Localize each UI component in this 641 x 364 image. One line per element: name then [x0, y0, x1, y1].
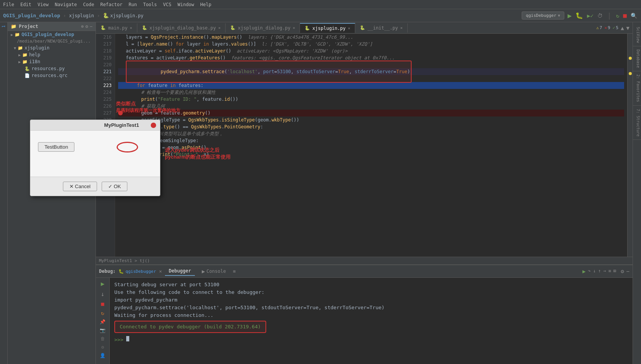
tree-resources-py[interactable]: 🐍 resources.py [8, 65, 96, 72]
menu-view[interactable]: View [38, 2, 49, 7]
console-line-5: Waiting for process connection... [114, 312, 628, 319]
debug-left-bar: ▶ ↓ ■ ↻ 📌 📷 🗑 ⚙ 👤 [96, 278, 110, 364]
tab-dialog-base[interactable]: 🐍 xjsplugin_dialog_base.py ✕ [137, 23, 226, 33]
cancel-button[interactable]: ✕ Cancel [63, 182, 97, 191]
scroll-up-icon[interactable]: ▲ [621, 25, 624, 31]
debug-resume-icon[interactable]: ▶ [582, 268, 585, 274]
dialog-close-button[interactable] [151, 123, 156, 128]
tab-close-xjsplugin-dialog[interactable]: ✕ [293, 26, 295, 30]
breadcrumb-text: MyPluginTest1 > tj() [99, 258, 150, 263]
panel-header: 📁 Project ⊕ ⚙ − [8, 22, 96, 31]
tab-xjsplugin-dialog[interactable]: 🐍 xjsplugin_dialog.py ✕ [226, 23, 300, 33]
debug-settings-side-btn[interactable]: ⚙ [101, 344, 105, 351]
cursor-block [126, 336, 129, 341]
test-button[interactable]: TestButton [38, 142, 74, 152]
warning-gutter-marker [629, 57, 632, 60]
panel-scope-icon[interactable]: ⊕ [81, 24, 84, 29]
search-button[interactable]: 🔍 [630, 12, 638, 20]
ok-icon: ✓ [108, 184, 114, 189]
debug-session-label: 🐛 qgisDebugger [119, 269, 156, 274]
menu-vcs[interactable]: VCS [163, 2, 171, 7]
debug-frame-icon[interactable]: ⊞ [613, 268, 616, 274]
menu-navigate[interactable]: Navigate [55, 2, 77, 7]
tab-xjsplugin-py[interactable]: 🐍 xjsplugin.py ✕ [300, 23, 355, 33]
tab-close-init-py[interactable]: ✕ [400, 26, 403, 30]
scroll-down-icon[interactable]: ▼ [626, 25, 629, 31]
tree-resources-qrc[interactable]: 📄 resources.qrc [8, 72, 96, 79]
menu-refactor[interactable]: Refactor [100, 2, 122, 7]
tree-help[interactable]: ▶ 📁 help [8, 51, 96, 58]
code-line-226: # 获取几何 [118, 103, 624, 110]
sidebar-tab-project[interactable]: 1 [1, 24, 7, 29]
console-line-4: pydevd_pycharm.settrace('localhost', por… [114, 304, 628, 312]
console-line-1: Starting debug server at port 53100 [114, 281, 628, 289]
right-tab-favorites[interactable]: 2: Favorites [633, 71, 641, 105]
ok-icon: ✓ [613, 25, 615, 30]
debug-run-to-cursor-icon[interactable]: → [603, 268, 606, 274]
run-coverage-button[interactable]: ▶✓ [586, 12, 594, 20]
tab-main-py[interactable]: 🐍 main.py ✕ [96, 23, 137, 33]
debug-evaluate-icon[interactable]: ≡ [608, 268, 611, 274]
tree-xjsplugin[interactable]: ▼ 📁 xjsplugin [8, 44, 96, 51]
debug-person-btn[interactable]: 👤 [99, 352, 106, 359]
tab-py-icon-2: 🐍 [142, 25, 147, 30]
right-tab-structure[interactable]: 7: Structure [633, 106, 641, 140]
debug-rerun-btn[interactable]: ↻ [100, 309, 105, 317]
debug-camera-btn[interactable]: 📷 [99, 327, 106, 334]
tab-py-icon-5: 🐍 [360, 25, 365, 30]
code-editor-container: 216 217 218 219 220 221 222 223 224 225 … [96, 34, 633, 257]
panel-minimize-icon[interactable]: − [90, 24, 92, 29]
warning-icon: ⚠ [596, 25, 599, 30]
menu-file[interactable]: File [3, 2, 14, 7]
menu-tools[interactable]: Tools [143, 2, 157, 7]
debug-tab-debugger[interactable]: Debugger [165, 267, 195, 276]
menu-edit[interactable]: Edit [20, 2, 31, 7]
debug-tab-console[interactable]: ▶ Console [198, 267, 230, 276]
menu-bar: File Edit View Navigate Code Refactor Ru… [0, 0, 641, 9]
code-content[interactable]: layers = QgsProject.instance().mapLayers… [115, 34, 627, 257]
tree-root[interactable]: ▶ 📁 QGIS_plugin_develop [8, 31, 96, 38]
error-icon: ✕ [605, 25, 607, 30]
debug-console[interactable]: Starting debug server at port 53100 Use … [110, 278, 633, 364]
tab-init-py[interactable]: 🐍 __init__.py ✕ [355, 23, 408, 33]
rerun-button[interactable]: ↻ [615, 12, 620, 20]
debug-trash-btn[interactable]: 🗑 [100, 335, 106, 342]
dialog-title: MyPluginTest1 [92, 122, 151, 128]
debug-label: Debug: [99, 269, 115, 274]
debug-stop-btn[interactable]: ■ [100, 300, 105, 308]
close-session-icon[interactable]: ✕ [159, 269, 162, 274]
debug-resume-btn[interactable]: ▶ [100, 279, 105, 288]
main-toolbar: QGIS_plugin_develop › xjsplugin › 🐍 xjsp… [0, 9, 641, 22]
tab-close-dialog-base[interactable]: ✕ [218, 26, 221, 30]
right-sidebar: SciView Database 2: Favorites 7: Structu… [633, 22, 641, 364]
dialog-body: TestButton [30, 131, 160, 177]
debug-step-out-icon[interactable]: ↑ [598, 268, 601, 274]
menu-window[interactable]: Window [178, 2, 194, 7]
toolbar-path-file: xjsplugin.py [110, 13, 143, 18]
debug-step-into-icon[interactable]: ↓ [593, 268, 596, 274]
stop-button[interactable]: ■ [622, 11, 628, 20]
tab-close-main[interactable]: ✕ [130, 26, 132, 30]
debug-minimize-icon[interactable]: − [626, 268, 629, 274]
menu-code[interactable]: Code [83, 2, 94, 7]
debugger-selector[interactable]: qgisDebugger ▼ [522, 11, 565, 20]
debug-down-btn[interactable]: ↓ [100, 290, 105, 298]
ok-button[interactable]: ✓ OK [102, 182, 127, 191]
run-button[interactable]: ▶ [567, 11, 572, 20]
tab-close-xjsplugin-py[interactable]: ✕ [348, 26, 350, 30]
code-line-218: activeLayer = self.iface.activeLayer() a… [118, 48, 624, 54]
code-line-232: x = geom.asPoint() [118, 144, 624, 151]
profile-button[interactable]: ⏱ [597, 12, 603, 20]
debug-menu-icon[interactable]: ≡ [233, 269, 236, 274]
right-tab-database[interactable]: Database [633, 46, 641, 71]
debug-settings-icon[interactable]: ⚙ [621, 268, 624, 274]
menu-help[interactable]: Help [200, 2, 211, 7]
code-line-233: print("Point: ", x) [118, 151, 624, 158]
menu-run[interactable]: Run [129, 2, 137, 7]
debug-button[interactable]: 🐛 [575, 11, 584, 20]
right-tab-sciview[interactable]: SciView [633, 24, 641, 46]
debug-step-over-icon[interactable]: ↷ [588, 268, 591, 274]
debug-pin-btn[interactable]: 📌 [99, 318, 106, 325]
tree-i18n[interactable]: ▶ 📁 i18n [8, 58, 96, 65]
panel-cog-icon[interactable]: ⚙ [86, 24, 88, 29]
